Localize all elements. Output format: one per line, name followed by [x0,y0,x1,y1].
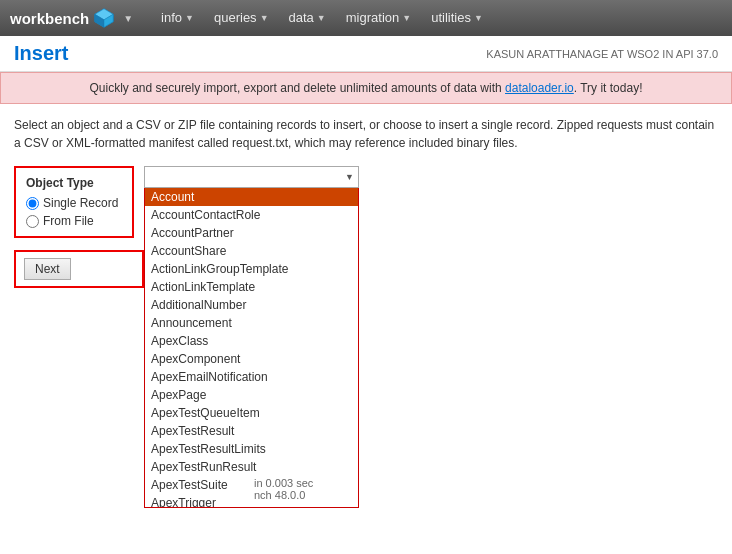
brand-name: workbench [10,10,89,27]
next-button-box: Next [14,250,144,288]
list-item[interactable]: ActionLinkTemplate [145,278,358,296]
banner-text-before: Quickly and securely import, export and … [90,81,506,95]
list-item[interactable]: AccountPartner [145,224,358,242]
banner-link[interactable]: dataloader.io [505,81,574,95]
list-item[interactable]: AccountShare [145,242,358,260]
list-item[interactable]: AccountContactRole [145,206,358,224]
select-dropdown-arrow: ▼ [345,172,354,182]
nav-data[interactable]: data ▼ [279,0,336,36]
list-item[interactable]: ApexComponent [145,350,358,368]
page-header: Insert KASUN ARATTHANAGE AT WSO2 IN API … [0,36,732,72]
form-area: Object Type Single Record From File [14,166,718,508]
content-wrapper: Object Type Single Record From File [14,166,718,508]
user-info: KASUN ARATTHANAGE AT WSO2 IN API 37.0 [486,48,718,60]
list-item[interactable]: ApexTestQueueItem [145,404,358,422]
page-description: Select an object and a CSV or ZIP file c… [14,116,718,152]
select-area: ▼ AccountAccountContactRoleAccountPartne… [144,166,718,508]
list-item[interactable]: ApexTestSuite [145,476,358,494]
list-item[interactable]: ApexPage [145,386,358,404]
status-time: in 0.003 sec [254,477,313,489]
main-content: Select an object and a CSV or ZIP file c… [0,104,732,554]
object-type-label: Object Type [26,176,122,190]
nav-utilities[interactable]: utilities ▼ [421,0,493,36]
list-item[interactable]: ApexTrigger [145,494,358,508]
nav-utilities-arrow: ▼ [474,0,483,36]
list-item[interactable]: ApexTestResultLimits [145,440,358,458]
list-item[interactable]: ApexClass [145,332,358,350]
list-item[interactable]: Announcement [145,314,358,332]
radio-single-input[interactable] [26,197,39,210]
object-select-list[interactable]: AccountAccountContactRoleAccountPartnerA… [144,188,359,508]
brand-logo: workbench [10,7,115,29]
next-button[interactable]: Next [24,258,71,280]
object-type-box: Object Type Single Record From File [14,166,134,238]
top-navigation: workbench ▼ info ▼ queries ▼ data ▼ migr… [0,0,732,36]
nav-queries[interactable]: queries ▼ [204,0,279,36]
radio-from-file[interactable]: From File [26,214,122,228]
list-item[interactable]: ApexEmailNotification [145,368,358,386]
nav-queries-arrow: ▼ [260,0,269,36]
radio-single-record[interactable]: Single Record [26,196,122,210]
promo-banner: Quickly and securely import, export and … [0,72,732,104]
list-item[interactable]: AdditionalNumber [145,296,358,314]
radio-group: Single Record From File [26,196,122,228]
status-version: nch 48.0.0 [254,489,305,501]
page-title: Insert [14,42,68,65]
nav-info[interactable]: info ▼ [151,0,204,36]
radio-file-label: From File [43,214,94,228]
object-select-top[interactable]: ▼ [144,166,359,188]
list-item[interactable]: Account [145,188,358,206]
list-item[interactable]: ApexTestRunResult [145,458,358,476]
brand-dropdown-arrow[interactable]: ▼ [123,13,133,24]
nav-migration[interactable]: migration ▼ [336,0,421,36]
list-item[interactable]: ActionLinkGroupTemplate [145,260,358,278]
banner-text-after: . Try it today! [574,81,643,95]
cube-icon [93,7,115,29]
left-column: Object Type Single Record From File [14,166,144,288]
nav-menu: info ▼ queries ▼ data ▼ migration ▼ util… [151,0,493,36]
radio-file-input[interactable] [26,215,39,228]
list-item[interactable]: ApexTestResult [145,422,358,440]
nav-migration-arrow: ▼ [402,0,411,36]
radio-single-label: Single Record [43,196,118,210]
status-area: in 0.003 sec nch 48.0.0 [254,477,313,501]
nav-data-arrow: ▼ [317,0,326,36]
object-select-wrapper: ▼ AccountAccountContactRoleAccountPartne… [144,166,359,508]
nav-info-arrow: ▼ [185,0,194,36]
